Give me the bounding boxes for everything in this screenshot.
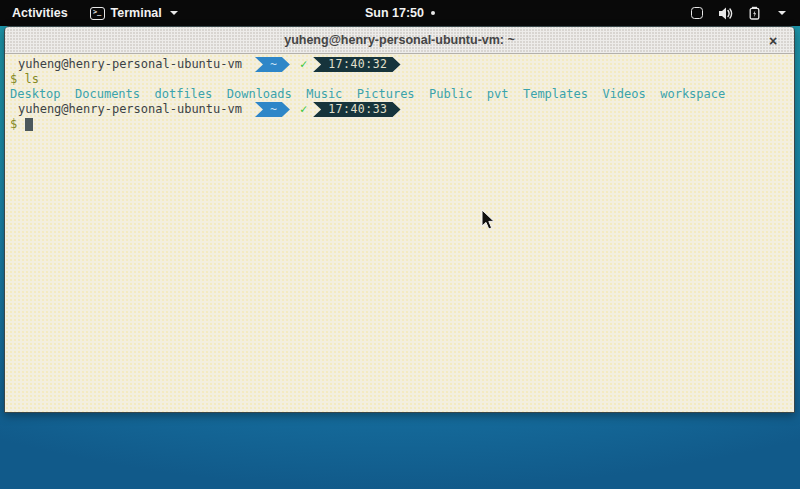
command-line: $ ls <box>10 72 794 87</box>
chevron-down-icon <box>778 11 786 15</box>
terminal-content[interactable]: yuheng@henry-personal-ubuntu-vm ~ ✓ 17:4… <box>5 54 794 412</box>
close-button[interactable]: × <box>762 27 784 54</box>
prompt-symbol: $ <box>10 117 17 132</box>
prompt-symbol: $ <box>10 72 17 87</box>
notification-dot-icon <box>431 11 435 15</box>
clock-button[interactable]: Sun 17:50 <box>365 6 424 20</box>
battery-charging-icon <box>748 6 761 20</box>
prompt-user-host: yuheng@henry-personal-ubuntu-vm <box>10 57 242 72</box>
activities-button[interactable]: Activities <box>0 0 80 26</box>
screen-icon <box>691 7 703 19</box>
status-check-icon: ✓ <box>300 102 307 117</box>
mouse-cursor <box>481 209 496 231</box>
prompt-user-host: yuheng@henry-personal-ubuntu-vm <box>10 102 242 117</box>
ls-output: Desktop Documents dotfiles Downloads Mus… <box>10 87 794 102</box>
prompt-path-segment: ~ <box>255 102 290 117</box>
app-menu-terminal[interactable]: >_ Terminal <box>80 0 188 26</box>
status-check-icon: ✓ <box>300 57 307 72</box>
terminal-icon: >_ <box>90 7 105 20</box>
window-titlebar[interactable]: yuheng@henry-personal-ubuntu-vm: ~ × <box>5 27 794 54</box>
prompt-time-segment: 17:40:33 <box>313 102 400 117</box>
app-menu-label: Terminal <box>111 6 162 20</box>
prompt-line-2: yuheng@henry-personal-ubuntu-vm ~ ✓ 17:4… <box>10 102 794 117</box>
prompt-path-segment: ~ <box>255 57 290 72</box>
top-bar: Activities >_ Terminal Sun 17:50 <box>0 0 800 26</box>
prompt-time-segment: 17:40:32 <box>313 57 400 72</box>
window-title: yuheng@henry-personal-ubuntu-vm: ~ <box>284 33 515 47</box>
terminal-window: yuheng@henry-personal-ubuntu-vm: ~ × yuh… <box>4 26 795 413</box>
typed-command: ls <box>24 72 38 87</box>
volume-icon <box>718 7 733 20</box>
terminal-cursor <box>25 118 33 131</box>
chevron-down-icon <box>170 11 178 15</box>
prompt-line-1: yuheng@henry-personal-ubuntu-vm ~ ✓ 17:4… <box>10 57 794 72</box>
system-tray[interactable] <box>677 0 800 26</box>
input-line[interactable]: $ <box>10 117 794 132</box>
